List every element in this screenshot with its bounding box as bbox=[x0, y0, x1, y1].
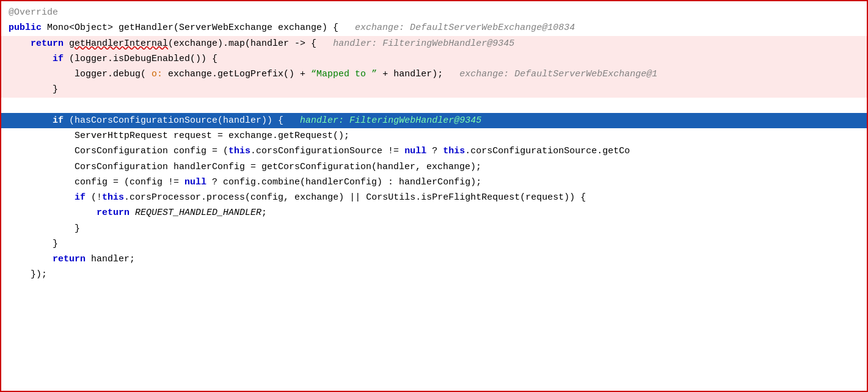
label-o: o: bbox=[151, 67, 162, 81]
string-mapped-to: “Mapped to ” bbox=[311, 67, 377, 81]
code-line-15: } bbox=[1, 221, 867, 236]
keyword-if-cors: if bbox=[53, 114, 64, 128]
code-line-4: if (logger.isDebugEnabled()) { bbox=[1, 51, 867, 67]
keyword-if-debug: if bbox=[53, 52, 64, 66]
method-gethandlerinternal: getHandlerInternal bbox=[69, 37, 168, 51]
code-line-8: if (hasCorsConfigurationSource(handler))… bbox=[1, 113, 867, 128]
code-line-2: public Mono<Object> getHandler(ServerWeb… bbox=[1, 20, 867, 35]
annotation-override: @Override bbox=[9, 5, 58, 20]
code-line-17: return handler; bbox=[1, 252, 867, 267]
code-line-5: logger.debug( o: exchange.getLogPrefix()… bbox=[1, 67, 867, 82]
keyword-return: return bbox=[31, 37, 64, 51]
code-line-11: CorsConfiguration handlerConfig = getCor… bbox=[1, 159, 867, 175]
hint-exchange: exchange: DefaultServerWebExchange@10834 bbox=[355, 21, 575, 35]
code-line-10: CorsConfiguration config = ( this .corsC… bbox=[1, 143, 867, 159]
code-viewer: @Override public Mono<Object> getHandler… bbox=[0, 0, 868, 392]
code-line-1: @Override bbox=[1, 5, 867, 20]
code-line-6: } bbox=[1, 82, 867, 97]
hint-handler: handler: FilteringWebHandler@9345 bbox=[333, 37, 514, 51]
constant-request-handled: REQUEST_HANDLED_HANDLER bbox=[135, 206, 261, 220]
code-line-18: }); bbox=[1, 267, 867, 282]
keyword-public: public bbox=[9, 21, 42, 35]
hint-exchange-2: exchange: DefaultServerWebExchange@1 bbox=[459, 67, 657, 81]
code-line-9: ServerHttpRequest request = exchange.get… bbox=[1, 128, 867, 143]
hint-handler-blue: handler: FilteringWebHandler@9345 bbox=[300, 114, 481, 128]
code-line-13: if (! this .corsProcessor.process(config… bbox=[1, 190, 867, 205]
code-line-7 bbox=[1, 98, 867, 113]
code-line-16: } bbox=[1, 236, 867, 252]
code-line-14: return REQUEST_HANDLED_HANDLER ; bbox=[1, 205, 867, 220]
code-line-12: config = (config != null ? config.combin… bbox=[1, 175, 867, 190]
code-line-3: return getHandlerInternal (exchange).map… bbox=[1, 36, 867, 51]
